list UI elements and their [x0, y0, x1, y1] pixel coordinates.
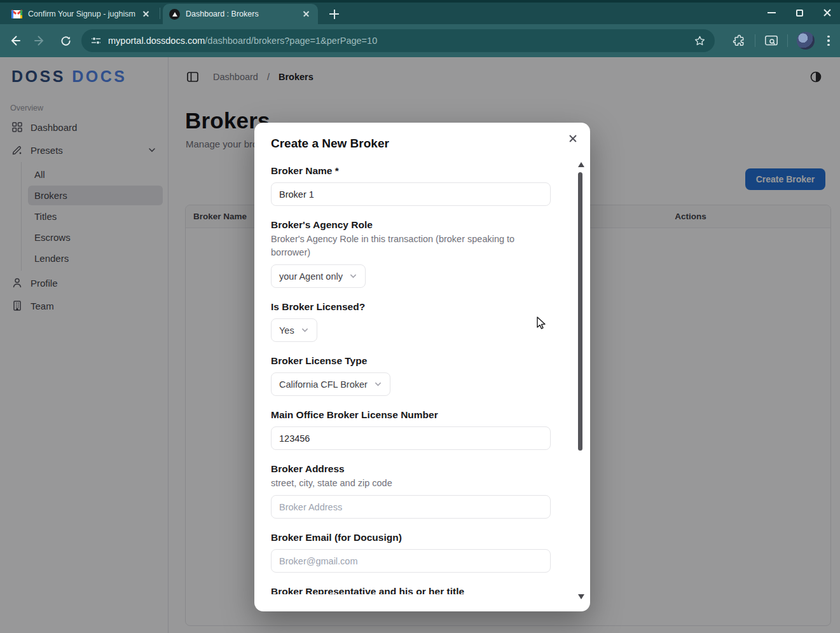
- license-type-label: Broker License Type: [271, 355, 551, 367]
- tab-gmail[interactable]: Confirm Your Signup - jughism: [5, 4, 158, 24]
- window-close-button[interactable]: [816, 5, 838, 20]
- tab-strip: Confirm Your Signup - jughism Dashboard …: [0, 0, 840, 24]
- new-tab-button[interactable]: [327, 6, 342, 22]
- window-minimize-button[interactable]: [761, 5, 782, 20]
- url-host: myportal.dossdocs.com: [108, 36, 205, 46]
- chevron-down-icon: [374, 380, 382, 388]
- back-button[interactable]: [4, 30, 25, 51]
- reload-button[interactable]: [55, 30, 76, 51]
- tab-title: Dashboard : Brokers: [186, 10, 296, 18]
- agency-role-value: your Agent only: [279, 271, 343, 282]
- representative-label: Broker Representative and his or her tit…: [271, 585, 551, 594]
- address-input[interactable]: [271, 495, 551, 519]
- extensions-icon[interactable]: [733, 34, 746, 48]
- window-maximize-button[interactable]: [788, 5, 810, 20]
- address-label: Broker Address: [271, 463, 551, 475]
- profile-avatar[interactable]: [797, 32, 815, 50]
- agency-role-select[interactable]: your Agent only: [271, 264, 366, 288]
- address-description: street, city, state and zip code: [271, 477, 551, 490]
- browser-menu-icon[interactable]: [823, 34, 834, 48]
- tab-close-icon[interactable]: [301, 9, 312, 19]
- chevron-down-icon: [349, 272, 357, 280]
- scroll-up-icon[interactable]: [578, 162, 584, 167]
- address-bar[interactable]: myportal.dossdocs.com/dashboard/brokers?…: [81, 29, 715, 52]
- site-settings-icon[interactable]: [90, 35, 102, 46]
- scroll-thumb[interactable]: [578, 172, 582, 451]
- mouse-cursor: [536, 316, 547, 330]
- license-number-input[interactable]: [271, 426, 551, 450]
- agency-role-label: Broker's Agency Role: [271, 219, 551, 231]
- modal-scrollbar[interactable]: [576, 162, 585, 599]
- licensed-value: Yes: [279, 325, 294, 336]
- scroll-down-icon[interactable]: [578, 594, 584, 599]
- toolbar-divider: [755, 34, 755, 47]
- agency-role-description: Broker's Agency Role in this transaction…: [271, 233, 532, 259]
- license-type-value: California CFL Broker: [279, 379, 368, 390]
- toolbar-divider: [787, 34, 788, 47]
- licensed-label: Is Broker Licensed?: [271, 301, 551, 313]
- create-broker-modal: Create a New Broker Broker Name * Broker…: [254, 123, 590, 611]
- license-number-label: Main Office Broker License Number: [271, 409, 551, 421]
- chevron-down-icon: [301, 326, 309, 334]
- browser-window: Confirm Your Signup - jughism Dashboard …: [0, 0, 840, 633]
- doss-favicon: [169, 9, 180, 20]
- forward-button[interactable]: [29, 30, 51, 51]
- modal-title: Create a New Broker: [271, 137, 574, 151]
- broker-name-label: Broker Name *: [271, 165, 551, 177]
- license-type-select[interactable]: California CFL Broker: [271, 372, 390, 396]
- tab-dashboard-brokers[interactable]: Dashboard : Brokers: [163, 4, 318, 24]
- licensed-select[interactable]: Yes: [271, 318, 317, 342]
- email-label: Broker Email (for Docusign): [271, 531, 551, 544]
- tab-title: Confirm Your Signup - jughism: [28, 10, 135, 18]
- modal-body: Broker Name * Broker's Agency Role Broke…: [271, 165, 574, 594]
- broker-name-input[interactable]: [271, 182, 551, 206]
- email-input[interactable]: [271, 549, 551, 573]
- tab-close-icon[interactable]: [141, 9, 151, 19]
- modal-close-icon[interactable]: [567, 133, 579, 144]
- browser-toolbar: myportal.dossdocs.com/dashboard/brokers?…: [0, 24, 840, 57]
- gmail-icon: [11, 10, 22, 18]
- bookmark-star-icon[interactable]: [694, 35, 706, 47]
- side-panel-search-icon[interactable]: [764, 34, 778, 47]
- url-path: /dashboard/brokers?page=1&perPage=10: [205, 36, 377, 46]
- tab-divider: [160, 8, 160, 19]
